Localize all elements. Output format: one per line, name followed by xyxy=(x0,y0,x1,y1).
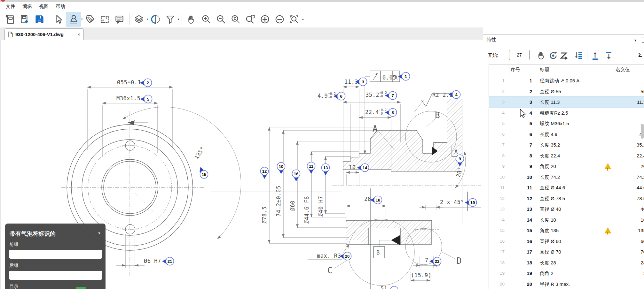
table-row[interactable]: 77长度 35.235.2 xyxy=(489,140,644,150)
menu-file[interactable]: 文件 xyxy=(6,4,15,10)
row-value: 135 xyxy=(638,225,644,236)
table-row[interactable]: 1818长度 2828 xyxy=(489,257,644,268)
table-row[interactable]: 88长度 22.422.4 xyxy=(489,150,644,161)
new-document-icon[interactable] xyxy=(3,12,17,26)
prefix-label: 前缀 xyxy=(9,241,19,247)
row-number: 13 xyxy=(519,204,532,215)
prefix-input[interactable] xyxy=(9,250,102,259)
window-close-icon[interactable] xyxy=(1,0,5,2)
tab-active-drawing[interactable]: 930-1200-406-V1.dwg × xyxy=(4,28,84,40)
row-value: 28 xyxy=(640,257,644,268)
balloon-mark-panel: 带有气泡符标识的 ▼ 前缀 后缀 目录 xyxy=(5,224,106,289)
table-row[interactable]: 99角度 20!20 xyxy=(489,161,644,172)
toolbar-collapse-icon[interactable]: ◂ xyxy=(302,18,304,21)
row-index: 14 xyxy=(491,215,505,225)
row-value: 55 xyxy=(640,86,644,97)
row-title: 长度 22.4 xyxy=(540,150,560,161)
suffix-input[interactable] xyxy=(9,271,102,280)
table-row[interactable]: 22直径 Ø 5555 xyxy=(489,86,644,97)
table-row[interactable]: 44粗糙度Rz 2.5 xyxy=(489,108,644,118)
warning-icon: ! xyxy=(604,227,611,233)
row-number: 20 xyxy=(519,279,532,289)
zoom-out-icon[interactable] xyxy=(214,12,228,26)
save-icon[interactable] xyxy=(32,12,47,26)
table-row[interactable]: 1919倒角 22 xyxy=(489,268,644,279)
mouse-cursor xyxy=(520,109,527,118)
row-number: 3 xyxy=(519,97,532,108)
row-number: 9 xyxy=(519,161,532,172)
zoom-in-icon[interactable] xyxy=(199,12,214,26)
cursor-icon[interactable] xyxy=(51,12,66,26)
filter-dropdown-icon[interactable]: ▾ xyxy=(178,18,179,21)
row-index: 16 xyxy=(491,236,505,247)
svg-text:1: 1 xyxy=(106,16,107,19)
row-title: 半径 R 3 max. xyxy=(540,279,570,289)
table-row[interactable]: 55螺纹 M36x1.5 xyxy=(489,118,644,129)
layers-icon[interactable] xyxy=(132,12,146,26)
row-title: 角度 135 xyxy=(540,225,559,236)
table-row[interactable]: 1111直径 Ø 44.644.6 xyxy=(489,182,644,193)
filter-icon[interactable] xyxy=(163,12,177,26)
row-index: 4 xyxy=(491,108,505,118)
row-number: 6 xyxy=(519,129,532,140)
panel-divider[interactable] xyxy=(483,34,483,289)
tab-close-icon[interactable]: × xyxy=(77,32,80,37)
row-value: 40 xyxy=(640,204,644,215)
row-number: 15 xyxy=(519,225,532,236)
comment-icon[interactable] xyxy=(112,12,127,26)
green-indicator xyxy=(76,287,86,289)
row-index: 20 xyxy=(491,279,505,289)
row-title: 螺纹 M36x1.5 xyxy=(540,118,569,129)
mirror-icon[interactable] xyxy=(148,12,163,26)
open-document-icon[interactable] xyxy=(17,12,32,26)
row-value: 10 xyxy=(640,215,644,225)
balloon-panel-collapse-icon[interactable]: ▼ xyxy=(98,231,101,235)
menu-bar: 文件 编辑 视图 帮助 xyxy=(0,2,644,11)
zoom-window-icon[interactable] xyxy=(243,12,258,26)
scrollbar-thumb[interactable] xyxy=(641,124,644,139)
zoom-fit-icon[interactable] xyxy=(287,12,302,26)
menu-view[interactable]: 视图 xyxy=(39,4,49,10)
row-index: 6 xyxy=(491,129,505,140)
row-index: 10 xyxy=(491,172,505,183)
menu-edit[interactable]: 编辑 xyxy=(22,4,32,10)
table-row[interactable]: 1313直径 Ø 4040 xyxy=(489,204,644,215)
row-number: 18 xyxy=(519,257,532,268)
table-row[interactable]: 1212直径 Ø 78.578.5 xyxy=(489,193,644,204)
table-row[interactable]: 33长度 11.311.3 xyxy=(489,97,644,108)
zoom-extents-icon[interactable] xyxy=(228,12,243,26)
row-title: 径向跳动 ↗ 0.05 A xyxy=(540,75,579,86)
warning-icon: ! xyxy=(604,163,611,169)
row-value: 22.4 xyxy=(637,150,644,161)
toolbar-separator xyxy=(129,13,130,25)
characteristics-table: 11径向跳动 ↗ 0.05 A22直径 Ø 555533长度 11.311.34… xyxy=(489,0,644,289)
table-row[interactable]: 1717直径 Ø 7070 xyxy=(489,247,644,257)
tag-icon[interactable] xyxy=(83,12,98,26)
toolbar-separator xyxy=(182,13,182,25)
stamp-icon[interactable] xyxy=(66,12,81,26)
row-index: 7 xyxy=(491,140,505,150)
suffix-label: 后缀 xyxy=(9,262,19,269)
plus-circle-icon[interactable] xyxy=(258,12,272,26)
table-row[interactable]: 2020半径 R 3 max. xyxy=(489,279,644,289)
pan-hand-icon[interactable] xyxy=(184,12,199,26)
row-number: 8 xyxy=(519,150,532,161)
row-title: 角度 20 xyxy=(540,161,556,172)
row-number: 17 xyxy=(519,247,532,257)
document-icon xyxy=(8,32,13,37)
table-row[interactable]: 1616直径 Ø 6060 xyxy=(489,236,644,247)
table-row[interactable]: 66长度 4.94.9 xyxy=(489,129,644,140)
menu-help[interactable]: 帮助 xyxy=(56,4,65,10)
table-row[interactable]: 11径向跳动 ↗ 0.05 A xyxy=(489,75,644,86)
minus-circle-icon[interactable] xyxy=(272,12,287,26)
table-row[interactable]: 1010长度 74.274.2 xyxy=(489,172,644,183)
row-number: 7 xyxy=(519,140,532,150)
row-title: 倒角 2 xyxy=(540,268,554,279)
row-title: 直径 Ø 40 xyxy=(540,204,561,215)
row-title: 直径 Ø 60 xyxy=(540,236,561,247)
area-select-icon[interactable]: A1 xyxy=(98,12,112,26)
row-number: 19 xyxy=(519,268,532,279)
row-title: 直径 Ø 78.5 xyxy=(540,193,565,204)
table-row[interactable]: 1414长度 1010 xyxy=(489,215,644,225)
table-row[interactable]: 1515角度 135!135 xyxy=(489,225,644,236)
